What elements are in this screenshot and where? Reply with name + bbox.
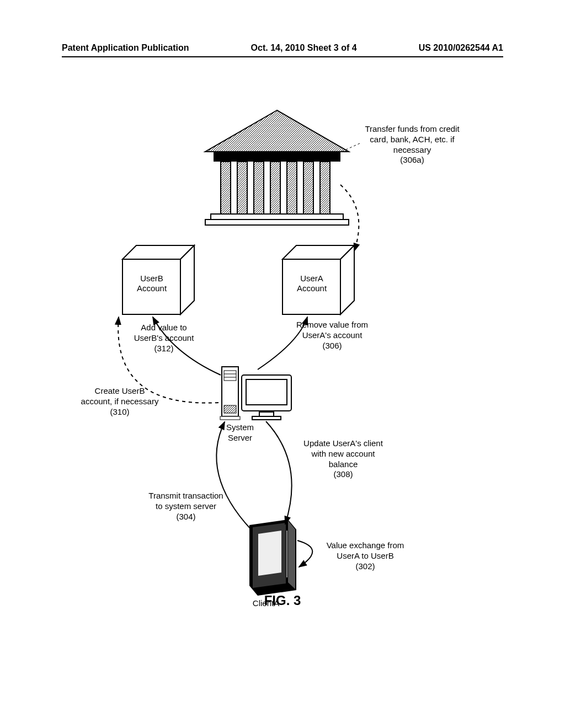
svg-rect-7 xyxy=(270,162,280,214)
annotation-310: Create UserBaccount, if necessary(310) xyxy=(73,386,167,417)
svg-rect-10 xyxy=(320,162,330,214)
svg-rect-26 xyxy=(224,405,236,413)
svg-rect-9 xyxy=(303,162,313,214)
svg-marker-35 xyxy=(288,521,295,589)
userb-account-box: UserB Account xyxy=(122,245,194,314)
svg-marker-2 xyxy=(205,110,349,152)
svg-rect-8 xyxy=(287,162,297,214)
svg-rect-4 xyxy=(221,162,231,214)
userb-line1: UserB xyxy=(140,274,163,283)
clienta-device-icon xyxy=(249,520,296,596)
bank-icon xyxy=(205,110,349,225)
system-server-icon xyxy=(220,367,291,420)
header-left: Patent Application Publication xyxy=(62,43,189,53)
figure-canvas: UserB Account UserA Account xyxy=(62,55,503,662)
page: Patent Application Publication Oct. 14, … xyxy=(0,0,565,728)
figure-label: FIG. 3 xyxy=(0,593,565,608)
annotation-302: Value exchange fromUserA to UserB(302) xyxy=(313,540,418,571)
svg-marker-34 xyxy=(258,531,281,576)
svg-rect-30 xyxy=(259,412,274,416)
annotation-308: Update UserA's clientwith new accountbal… xyxy=(288,438,398,480)
svg-rect-11 xyxy=(211,214,343,220)
svg-text:Account: Account xyxy=(137,283,167,293)
annotation-306a: Transfer funds from creditcard, bank, AC… xyxy=(354,124,470,165)
annotation-306: Remove value fromUserA's account(306) xyxy=(282,320,382,351)
usera-account-box: UserA Account xyxy=(282,245,354,314)
svg-rect-23 xyxy=(224,371,236,381)
svg-rect-31 xyxy=(252,416,281,420)
svg-rect-6 xyxy=(254,162,264,214)
svg-text:UserA: UserA xyxy=(300,274,323,283)
svg-rect-12 xyxy=(205,220,349,225)
annotation-312: Add value toUserB's account(312) xyxy=(122,323,205,354)
annotation-304: Transmit transactionto system server(304… xyxy=(139,491,233,522)
svg-text:Account: Account xyxy=(297,283,327,293)
svg-rect-29 xyxy=(246,379,287,405)
header-right: US 2010/0262544 A1 xyxy=(419,43,503,53)
system-server-label: SystemServer xyxy=(215,422,265,443)
svg-rect-3 xyxy=(214,152,340,162)
svg-rect-27 xyxy=(220,416,240,420)
arrow-302 xyxy=(297,540,312,567)
svg-rect-5 xyxy=(237,162,247,214)
header-center: Oct. 14, 2010 Sheet 3 of 4 xyxy=(251,43,357,53)
